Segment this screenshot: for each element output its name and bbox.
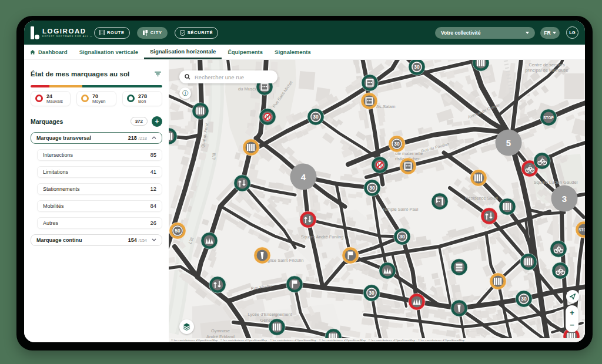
svg-text:Centre de secours: Centre de secours	[529, 62, 565, 68]
svg-text:principal de Mulhouse: principal de Mulhouse	[526, 68, 568, 73]
svg-text:4: 4	[301, 172, 306, 182]
svg-text:Temple Saint-Paul: Temple Saint-Paul	[383, 207, 419, 212]
svg-text:5: 5	[506, 138, 511, 148]
svg-text:du Musée: du Musée	[238, 86, 257, 92]
svg-text:Résidence Soleil: Résidence Soleil	[465, 196, 498, 201]
svg-text:Square André Funling: Square André Funling	[301, 234, 344, 240]
svg-text:As-Salam: As-Salam	[376, 104, 396, 109]
svg-text:3: 3	[562, 194, 567, 204]
svg-text:© les contributeurs d'OpenStre: © les contributeurs d'OpenStreetMap · © …	[171, 339, 464, 342]
svg-text:Gymnase: Gymnase	[211, 328, 230, 333]
svg-text:Square Lucien Gaudel: Square Lucien Gaudel	[534, 180, 578, 185]
svg-text:Lycée d'Enseignement: Lycée d'Enseignement	[248, 312, 292, 317]
svg-text:L'Ill: L'Ill	[211, 153, 217, 160]
